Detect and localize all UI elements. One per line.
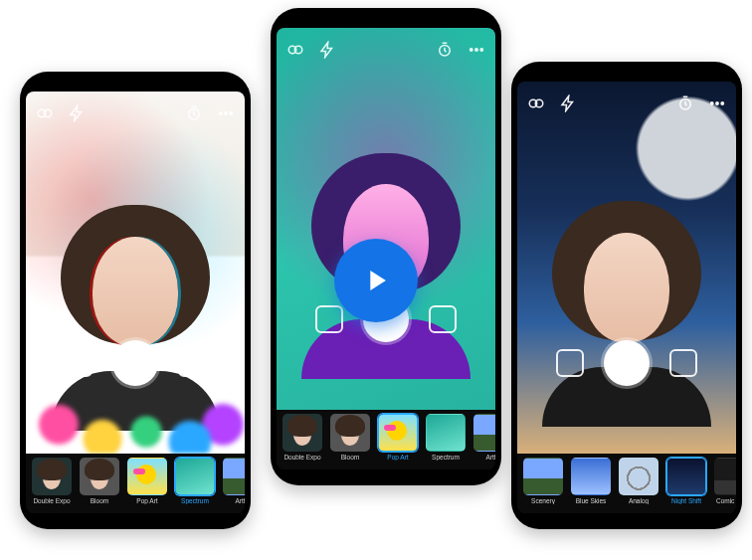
- play-icon: [359, 264, 393, 297]
- filter-label: Pop Art: [136, 497, 157, 504]
- svg-point-16: [716, 102, 718, 104]
- filter-thumb: [282, 414, 322, 452]
- filter-item[interactable]: Bloom: [328, 414, 372, 461]
- switch-camera-button[interactable]: [429, 305, 457, 333]
- filter-item[interactable]: Artful: [221, 458, 245, 504]
- effects-icon[interactable]: [36, 104, 54, 122]
- filter-item[interactable]: Double Expo: [30, 458, 74, 504]
- filter-label: Scenery: [531, 497, 555, 504]
- camera-top-bar: [277, 36, 495, 64]
- play-button[interactable]: [334, 239, 418, 322]
- filter-thumb: [714, 458, 736, 495]
- svg-point-5: [230, 112, 232, 114]
- camera-viewport: [277, 28, 495, 410]
- filter-item-selected[interactable]: Spectrum: [173, 458, 217, 504]
- filter-item[interactable]: Spectrum: [424, 414, 468, 461]
- flash-icon[interactable]: [318, 41, 336, 59]
- filter-label: Artful: [485, 454, 495, 461]
- svg-point-4: [225, 112, 227, 114]
- more-icon[interactable]: [468, 41, 485, 59]
- filter-strip[interactable]: Double Expo Bloom Pop Art Spectrum Artfu…: [26, 454, 245, 513]
- more-icon[interactable]: [708, 94, 726, 112]
- flash-icon[interactable]: [68, 104, 86, 122]
- filter-item[interactable]: Pop Art: [125, 458, 169, 504]
- filter-item[interactable]: Analog: [617, 458, 660, 504]
- switch-camera-button[interactable]: [669, 349, 697, 377]
- filter-label: Analog: [629, 497, 649, 504]
- camera-viewport: [26, 92, 245, 454]
- filter-label: Bloom: [341, 454, 359, 461]
- camera-top-bar: [26, 99, 245, 127]
- filter-item[interactable]: Double Expo: [281, 414, 324, 461]
- filter-label: Blue Skies: [576, 497, 607, 504]
- phone-screen: Scenery Blue Skies Analog Night Shift Co…: [517, 82, 736, 513]
- effects-icon[interactable]: [527, 94, 545, 112]
- filter-thumb: [473, 414, 495, 452]
- timer-icon[interactable]: [436, 41, 454, 59]
- svg-point-9: [470, 49, 472, 51]
- filter-thumb: [175, 458, 215, 495]
- filter-thumb: [619, 458, 658, 495]
- filter-label: Artful: [235, 497, 245, 504]
- svg-point-10: [475, 49, 477, 51]
- filter-thumb: [666, 458, 706, 495]
- more-icon[interactable]: [217, 104, 235, 122]
- filter-strip[interactable]: Scenery Blue Skies Analog Night Shift Co…: [517, 454, 736, 513]
- filter-item[interactable]: Scenery: [521, 458, 565, 504]
- filter-item[interactable]: Bloom: [78, 458, 121, 504]
- flash-icon[interactable]: [559, 94, 577, 112]
- filter-thumb: [127, 458, 167, 495]
- timer-icon[interactable]: [676, 94, 694, 112]
- filter-thumb: [523, 458, 563, 495]
- filter-label: Night Shift: [671, 497, 701, 504]
- phone-screen: Double Expo Bloom Pop Art Spectrum Artfu…: [26, 92, 245, 513]
- camera-top-bar: [517, 90, 736, 117]
- filter-label: Spectrum: [181, 497, 209, 504]
- filter-label: Double Expo: [33, 497, 70, 504]
- filter-strip[interactable]: Double Expo Bloom Pop Art Spectrum Artfu…: [277, 410, 495, 469]
- shutter-button[interactable]: [112, 340, 158, 386]
- shutter-button[interactable]: [604, 340, 650, 386]
- filter-thumb: [571, 458, 611, 495]
- phone-mockup-left: Double Expo Bloom Pop Art Spectrum Artfu…: [20, 72, 251, 529]
- portrait-subject: [547, 168, 706, 427]
- gallery-button[interactable]: [556, 349, 584, 377]
- filter-thumb: [330, 414, 370, 452]
- filter-item[interactable]: Comic Skies: [712, 458, 736, 504]
- svg-point-17: [721, 102, 723, 104]
- svg-point-11: [480, 49, 482, 51]
- filter-thumb: [32, 458, 72, 495]
- gallery-button[interactable]: [65, 349, 93, 377]
- filter-item-selected[interactable]: Night Shift: [664, 458, 708, 504]
- filter-label: Pop Art: [387, 454, 408, 461]
- timer-icon[interactable]: [185, 104, 203, 122]
- switch-camera-button[interactable]: [178, 349, 206, 377]
- filter-label: Comic Skies: [716, 497, 736, 504]
- camera-controls: [26, 340, 245, 386]
- filter-label: Bloom: [91, 497, 108, 504]
- effects-icon[interactable]: [286, 41, 304, 59]
- camera-viewport: [517, 82, 736, 454]
- filter-label: Spectrum: [432, 454, 460, 461]
- filter-item[interactable]: Blue Skies: [569, 458, 613, 504]
- portrait-subject: [56, 172, 215, 431]
- filter-thumb: [80, 458, 119, 495]
- gallery-button[interactable]: [315, 305, 343, 333]
- svg-point-15: [711, 102, 713, 104]
- camera-controls: [517, 340, 736, 386]
- filter-thumb: [426, 414, 466, 452]
- filter-thumb: [378, 414, 418, 452]
- phone-mockup-right: Scenery Blue Skies Analog Night Shift Co…: [511, 62, 742, 529]
- showcase-stage: Double Expo Bloom Pop Art Spectrum Artfu…: [0, 0, 752, 560]
- svg-point-3: [220, 112, 222, 114]
- filter-item-selected[interactable]: Pop Art: [376, 414, 420, 461]
- filter-item[interactable]: Artful: [471, 414, 495, 461]
- filter-label: Double Expo: [283, 454, 320, 461]
- filter-thumb: [223, 458, 245, 495]
